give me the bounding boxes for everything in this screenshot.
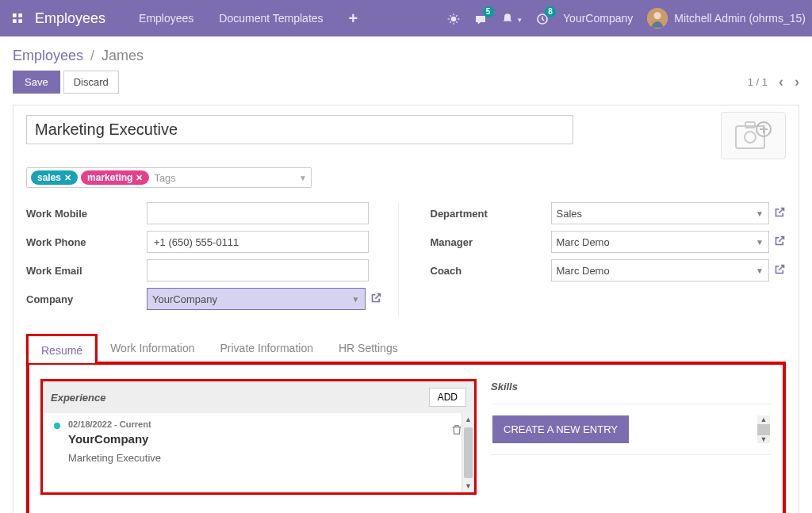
chevron-down-icon[interactable]: ▼ xyxy=(352,295,360,304)
work-phone-label: Work Phone xyxy=(26,236,147,248)
coach-label: Coach xyxy=(431,265,551,277)
scroll-up-icon[interactable]: ▲ xyxy=(462,413,474,426)
experience-scrollbar[interactable]: ▲ ▼ xyxy=(462,413,474,492)
tab-work-information[interactable]: Work Information xyxy=(98,334,207,362)
nav-new-icon[interactable]: + xyxy=(338,10,370,28)
chevron-down-icon[interactable]: ▼ xyxy=(299,174,307,182)
tag-remove-icon[interactable]: ✕ xyxy=(136,173,143,183)
company-select[interactable]: YourCompany ▼ xyxy=(147,288,366,310)
experience-section: Experience ADD 02/18/2022 - Current Your… xyxy=(40,379,477,495)
tabs: Resumé Work Information Private Informat… xyxy=(26,334,786,363)
experience-title: Experience xyxy=(51,392,105,404)
fields-left-column: Work Mobile Work Phone Work Email C xyxy=(26,202,399,316)
scroll-down-icon[interactable]: ▼ xyxy=(462,480,474,492)
department-select[interactable]: Sales ▼ xyxy=(551,202,770,224)
fields-right-column: Department Sales ▼ Manager xyxy=(431,202,787,316)
department-label: Department xyxy=(431,208,551,220)
tags-placeholder: Tags xyxy=(154,172,175,184)
chevron-down-icon[interactable]: ▼ xyxy=(756,238,764,247)
chevron-down-icon[interactable]: ▼ xyxy=(756,209,764,218)
create-skill-button[interactable]: CREATE A NEW ENTRY xyxy=(492,415,629,443)
pager-next-icon[interactable]: › xyxy=(795,74,799,90)
work-mobile-label: Work Mobile xyxy=(26,208,147,220)
scroll-down-icon[interactable]: ▼ xyxy=(757,435,770,443)
manager-label: Manager xyxy=(431,236,551,248)
add-experience-button[interactable]: ADD xyxy=(429,388,466,407)
skills-scrollbar[interactable]: ▲ ▼ xyxy=(757,415,770,443)
content-area: Employees / James Save Discard 1 / 1 ‹ › xyxy=(0,36,812,513)
manager-select[interactable]: Marc Demo ▼ xyxy=(551,231,770,253)
user-name-label: Mitchell Admin (ohrms_15) xyxy=(674,12,806,25)
tags-input[interactable]: sales ✕ marketing ✕ Tags ▼ xyxy=(26,167,312,188)
external-link-icon[interactable] xyxy=(370,292,382,306)
svg-point-4 xyxy=(450,16,456,21)
work-phone-input[interactable] xyxy=(147,231,369,253)
actions-row: Save Discard 1 / 1 ‹ › xyxy=(0,71,812,105)
navbar-right: 5 ▾ 8 YourCompany Mitchell Admin (ohrms_… xyxy=(447,8,806,29)
svg-rect-0 xyxy=(13,13,17,17)
breadcrumb-separator: / xyxy=(90,48,94,63)
pager: 1 / 1 ‹ › xyxy=(748,74,799,90)
work-mobile-input[interactable] xyxy=(147,202,369,224)
scrollbar-thumb[interactable] xyxy=(757,424,770,435)
entry-subtitle: Marketing Executive xyxy=(68,452,466,464)
tag-remove-icon[interactable]: ✕ xyxy=(64,173,71,183)
debug-icon[interactable] xyxy=(447,11,460,25)
nav-link-templates[interactable]: Document Templates xyxy=(208,6,334,31)
chevron-down-icon[interactable]: ▼ xyxy=(756,266,764,275)
tag-marketing: marketing ✕ xyxy=(81,170,149,185)
notifications-icon[interactable]: ▾ xyxy=(501,11,522,25)
messages-badge: 5 xyxy=(483,6,494,17)
form-sheet: sales ✕ marketing ✕ Tags ▼ Work Mobile xyxy=(13,105,799,513)
entry-dates: 02/18/2022 - Current xyxy=(68,419,466,429)
timeline-dot-icon xyxy=(54,423,60,429)
app-name[interactable]: Employees xyxy=(35,10,105,27)
experience-entry[interactable]: 02/18/2022 - Current YourCompany Marketi… xyxy=(51,419,466,464)
pager-text: 1 / 1 xyxy=(748,76,768,88)
external-link-icon[interactable] xyxy=(774,263,786,278)
avatar xyxy=(647,8,668,29)
svg-rect-2 xyxy=(13,19,17,23)
breadcrumb-root[interactable]: Employees xyxy=(13,48,83,63)
save-button[interactable]: Save xyxy=(13,71,60,94)
activities-badge: 8 xyxy=(545,6,556,17)
skills-title: Skills xyxy=(491,379,772,404)
tab-private-information[interactable]: Private Information xyxy=(207,334,326,362)
activities-icon[interactable]: 8 xyxy=(536,11,549,25)
discard-button[interactable]: Discard xyxy=(63,71,119,94)
svg-rect-3 xyxy=(18,19,22,23)
photo-upload[interactable] xyxy=(721,112,786,159)
company-selector[interactable]: YourCompany xyxy=(563,12,633,25)
breadcrumb-current: James xyxy=(102,48,144,63)
coach-select[interactable]: Marc Demo ▼ xyxy=(551,259,770,281)
external-link-icon[interactable] xyxy=(774,235,786,249)
breadcrumb: Employees / James xyxy=(13,48,799,64)
nav-link-employees[interactable]: Employees xyxy=(128,6,205,31)
tab-resume[interactable]: Resumé xyxy=(26,334,98,363)
user-menu[interactable]: Mitchell Admin (ohrms_15) xyxy=(647,8,806,29)
pager-prev-icon[interactable]: ‹ xyxy=(779,74,783,90)
scroll-up-icon[interactable]: ▲ xyxy=(757,415,770,423)
svg-rect-1 xyxy=(18,13,22,17)
main-navbar: Employees Employees Document Templates +… xyxy=(0,0,812,36)
tag-sales: sales ✕ xyxy=(31,170,78,185)
messages-icon[interactable]: 5 xyxy=(474,11,487,25)
tab-hr-settings[interactable]: HR Settings xyxy=(326,334,411,362)
navbar-left: Employees Employees Document Templates + xyxy=(6,6,369,31)
svg-point-9 xyxy=(745,132,756,143)
svg-point-7 xyxy=(654,12,661,19)
company-label: Company xyxy=(26,293,147,305)
apps-icon[interactable] xyxy=(6,7,29,29)
job-title-input[interactable] xyxy=(26,115,573,144)
external-link-icon[interactable] xyxy=(774,206,786,220)
work-email-input[interactable] xyxy=(147,259,369,281)
skills-section: Skills CREATE A NEW ENTRY ▲ ▼ xyxy=(491,379,772,495)
work-email-label: Work Email xyxy=(26,265,147,277)
scrollbar-thumb[interactable] xyxy=(464,427,473,478)
tab-panel-resume: Experience ADD 02/18/2022 - Current Your… xyxy=(26,362,786,513)
entry-title: YourCompany xyxy=(68,432,466,446)
